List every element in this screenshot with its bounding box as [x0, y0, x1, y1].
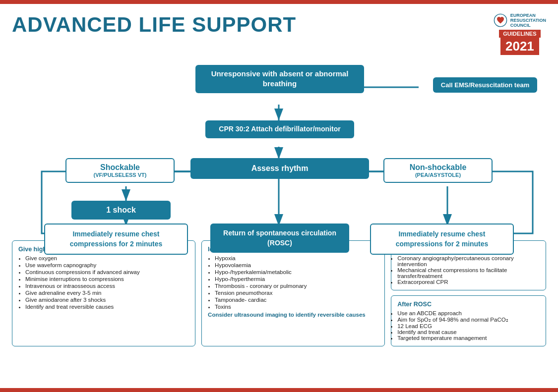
list-item: Identify and treat cause	[397, 329, 540, 335]
top-bar	[0, 0, 558, 4]
list-item: Give amiodarone after 3 shocks	[25, 297, 189, 303]
list-item: Intravenous or intraosseous access	[25, 283, 189, 289]
box-shockable: Shockable (VF/PULSELESS VT)	[65, 158, 175, 183]
list-item: Hypo-/hyperthermia	[215, 276, 378, 282]
erc-logo: EUROPEAN RESUSCITATION COUNCIL	[494, 13, 546, 28]
list-item: Continuous compressions if advanced airw…	[25, 269, 189, 275]
list-item: Use waveform capnography	[25, 262, 189, 268]
erc-heart-icon	[494, 13, 507, 27]
list-item: Mechanical chest compressions to facilit…	[397, 267, 540, 279]
list-item: Hypo-/hyperkalemia/metabolic	[215, 269, 378, 275]
list-item: Use an ABCDE approach	[397, 310, 540, 316]
info-middle-note: Consider ultrasound imaging to identify …	[208, 312, 378, 318]
header-row: ADVANCED LIFE SUPPORT EUROPEAN RESUSCITA…	[12, 13, 546, 55]
info-left-list: Give oxygen Use waveform capnography Con…	[18, 255, 189, 310]
consider-list: Coronary angiography/percutaneous corona…	[397, 255, 540, 285]
info-section: Give high-quality chest compressions and…	[12, 240, 546, 346]
list-item: Give oxygen	[25, 255, 189, 261]
list-item: Identify and treat reversible causes	[25, 304, 189, 310]
box-resume-left: Immediately resume chest compressions fo…	[44, 224, 188, 255]
list-item: Minimise interruptions to compressions	[25, 276, 189, 282]
box-non-shockable: Non-shockable (PEA/ASYSTOLE)	[383, 158, 493, 183]
box-call-ems: Call EMS/Resuscitation team	[433, 77, 537, 93]
main-container: ADVANCED LIFE SUPPORT EUROPEAN RESUSCITA…	[0, 4, 558, 355]
box-start: Unresponsive with absent or abnormal bre…	[195, 65, 364, 93]
info-box-middle: Identify and treat reversible causes Hyp…	[201, 240, 385, 346]
bottom-bar	[0, 388, 558, 392]
list-item: Thrombosis - coronary or pulmonary	[215, 283, 378, 289]
flowchart-area: Unresponsive with absent or abnormal bre…	[12, 60, 546, 238]
after-rosc-title: After ROSC	[397, 301, 540, 308]
list-item: Targeted temperature management	[397, 335, 540, 341]
page-title: ADVANCED LIFE SUPPORT	[12, 13, 296, 37]
list-item: Tension pneumothorax	[215, 290, 378, 296]
list-item: Coronary angiography/percutaneous corona…	[397, 255, 540, 267]
list-item: Toxins	[215, 304, 378, 310]
list-item: 12 Lead ECG	[397, 323, 540, 329]
info-box-after-rosc: After ROSC Use an ABCDE approach Aim for…	[391, 295, 546, 346]
box-resume-right: Immediately resume chest compressions fo…	[370, 224, 514, 255]
right-info-col: Consider Coronary angiography/percutaneo…	[391, 240, 546, 346]
info-middle-list: Hypoxia Hypovolaemia Hypo-/hyperkalemia/…	[208, 255, 378, 310]
list-item: Tamponade- cardiac	[215, 297, 378, 303]
box-cpr: CPR 30:2 Attach defibrillator/monitor	[205, 120, 354, 138]
erc-text: EUROPEAN RESUSCITATION COUNCIL	[510, 13, 546, 28]
info-box-left: Give high-quality chest compressions and…	[12, 240, 195, 346]
box-assess: Assess rhythm	[190, 158, 369, 179]
list-item: Aim for SpO₂ of 94-98% and normal PaCO₂	[397, 316, 540, 323]
box-shock: 1 shock	[71, 201, 171, 220]
logo-box: EUROPEAN RESUSCITATION COUNCIL GUIDELINE…	[494, 13, 546, 55]
list-item: Hypoxia	[215, 255, 378, 261]
list-item: Hypovolaemia	[215, 262, 378, 268]
list-item: Give adrenaline every 3-5 min	[25, 290, 189, 296]
after-rosc-list: Use an ABCDE approach Aim for SpO₂ of 94…	[397, 310, 540, 341]
guidelines-label: GUIDELINES	[499, 30, 540, 38]
guidelines-year: 2021	[500, 38, 539, 55]
box-rosc: Return of spontaneous circulation (ROSC)	[210, 224, 349, 253]
list-item: Extracorporeal CPR	[397, 279, 540, 285]
